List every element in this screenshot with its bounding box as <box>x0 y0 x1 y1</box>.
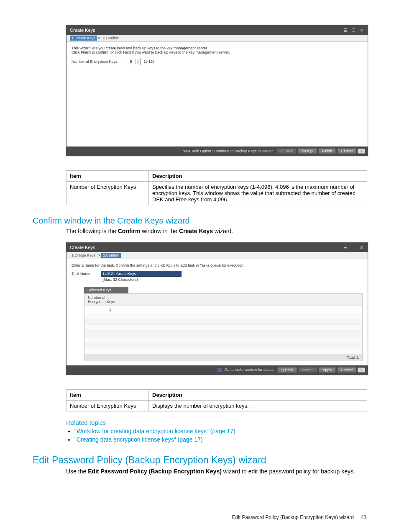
cancel-button[interactable]: Cancel <box>337 148 356 154</box>
help-button[interactable]: ? <box>358 368 365 373</box>
maximize-icon[interactable]: ☐ <box>350 27 356 33</box>
num-keys-label: Number of Encryption Keys: <box>72 59 126 64</box>
breadcrumb-step-1: 1.Create Keys <box>70 36 97 41</box>
wizard-body: Enter a name for the task. Confirm the s… <box>66 259 368 365</box>
confirm-window-heading: Confirm window in the Create Keys wizard <box>33 216 366 226</box>
task-name-row: Task Name: <box>72 271 363 277</box>
filter-icon[interactable]: ☰ <box>343 244 348 250</box>
breadcrumb-separator: > <box>98 253 100 257</box>
finish-button[interactable]: Finish <box>318 148 336 154</box>
cancel-button[interactable]: Cancel <box>337 367 356 373</box>
spinner-arrows[interactable]: ▲ ▼ <box>136 59 140 64</box>
window-controls: ☰ ☐ ✕ <box>342 27 364 33</box>
breadcrumb-separator: > <box>98 36 100 40</box>
next-task-option-label: Next Task Option : Continue to Backup Ke… <box>182 149 273 153</box>
breadcrumb-step-2: 2.Confirm <box>101 36 121 41</box>
breadcrumb-step-1: 1.Create Keys <box>70 253 97 258</box>
num-keys-spinner[interactable]: ▲ ▼ <box>126 58 141 65</box>
related-link-creating[interactable]: "Creating data encryption license keys" … <box>74 436 202 443</box>
help-button[interactable]: ? <box>358 149 365 154</box>
wizard-breadcrumb: 1.Create Keys > 2.Confirm <box>66 252 368 259</box>
back-button[interactable]: ◁ Back <box>277 367 297 373</box>
wizard-footer: Go to tasks window for status ◁ Back Nex… <box>66 365 368 375</box>
confirm-description-table: Item Description Number of Encryption Ke… <box>66 389 367 411</box>
next-button[interactable]: Next ▷ <box>298 367 317 373</box>
list-item: "Workflow for creating data encryption l… <box>74 428 366 434</box>
table-cell-description: Specifies the number of encryption keys … <box>149 182 367 205</box>
table-header-description: Description <box>149 389 367 400</box>
edit-password-policy-heading: Edit Password Policy (Backup Encryption … <box>33 455 366 466</box>
num-keys-row: Number of Encryption Keys: ▲ ▼ (1-12) <box>72 58 363 65</box>
go-to-tasks-option[interactable]: Go to tasks window for status <box>217 368 274 372</box>
spinner-down-icon[interactable]: ▼ <box>137 62 139 64</box>
wizard-description-line1: This wizard lets you create keys and bac… <box>72 46 363 50</box>
table-header-description: Description <box>149 171 367 182</box>
table-cell-description: Displays the number of encryption keys. <box>149 400 367 411</box>
table-cell-item: Number of Encryption Keys <box>66 400 149 411</box>
wizard-title: Create Keys <box>70 28 95 33</box>
table-row: Number of Encryption Keys Displays the n… <box>66 400 367 411</box>
table-row: Number of Encryption Keys Specifies the … <box>66 182 367 205</box>
window-controls: ☰ ☐ ✕ <box>342 244 364 250</box>
maximize-icon[interactable]: ☐ <box>350 244 356 250</box>
task-name-label: Task Name: <box>72 272 101 276</box>
close-icon[interactable]: ✕ <box>358 244 364 250</box>
table-header-item: Item <box>66 171 149 182</box>
task-name-input[interactable] <box>101 271 182 277</box>
selected-keys-column-header: Number of Encryption Keys <box>84 294 362 306</box>
selected-keys-tab: Selected Keys <box>84 287 128 293</box>
selected-keys-value: 1 <box>84 306 362 313</box>
table-header-item: Item <box>66 389 149 400</box>
wizard-titlebar: Create Keys ☰ ☐ ✕ <box>66 243 368 252</box>
create-keys-wizard-confirm: Create Keys ☰ ☐ ✕ 1.Create Keys > 2.Conf… <box>66 242 368 375</box>
num-keys-range: (1-12) <box>144 59 154 64</box>
wizard-body: This wizard lets you create keys and bac… <box>66 42 368 146</box>
next-button[interactable]: Next ▷ <box>298 148 317 154</box>
create-keys-wizard-step1: Create Keys ☰ ☐ ✕ 1.Create Keys > 2.Conf… <box>66 25 368 156</box>
list-item: "Creating data encryption license keys" … <box>74 436 366 443</box>
footer-section-title: Edit Password Policy (Backup Encryption … <box>232 514 354 520</box>
related-topics-list: "Workflow for creating data encryption l… <box>74 428 366 443</box>
table-cell-item: Number of Encryption Keys <box>66 182 149 205</box>
confirm-window-intro: The following is the Confirm window in t… <box>66 227 366 236</box>
related-topics-heading: Related topics <box>66 419 366 426</box>
related-link-workflow[interactable]: "Workflow for creating data encryption l… <box>74 428 235 434</box>
create-keys-description-table: Item Description Number of Encryption Ke… <box>66 170 367 205</box>
num-keys-input[interactable] <box>126 59 136 64</box>
selected-keys-panel: Number of Encryption Keys 1 Total: 1 <box>84 293 363 361</box>
close-icon[interactable]: ✕ <box>358 27 364 33</box>
wizard-footer: Next Task Option : Continue to Backup Ke… <box>66 146 368 156</box>
edit-password-policy-intro: Use the Edit Password Policy (Backup Enc… <box>66 468 366 476</box>
wizard-breadcrumb: 1.Create Keys > 2.Confirm <box>66 35 368 42</box>
filter-icon[interactable]: ☰ <box>343 27 348 33</box>
page-footer: Edit Password Policy (Backup Encryption … <box>232 514 366 520</box>
go-to-tasks-label: Go to tasks window for status <box>224 368 274 372</box>
wizard-titlebar: Create Keys ☰ ☐ ✕ <box>66 26 368 35</box>
apply-button[interactable]: Apply <box>319 367 336 373</box>
page-number: 43 <box>361 514 366 520</box>
selected-keys-empty-rows <box>84 313 362 354</box>
wizard-description-line2: Click Finish to confirm, or click Next i… <box>72 50 363 54</box>
back-button[interactable]: ◁ Back <box>276 148 297 154</box>
selected-keys-total: Total: 1 <box>84 354 362 361</box>
task-name-max-hint: (Max. 32 Characters) <box>102 278 363 282</box>
go-to-tasks-checkbox[interactable] <box>217 368 222 372</box>
breadcrumb-step-2: 2.Confirm <box>101 253 121 258</box>
confirm-description: Enter a name for the task. Confirm the s… <box>72 263 363 267</box>
wizard-title: Create Keys <box>70 245 95 250</box>
